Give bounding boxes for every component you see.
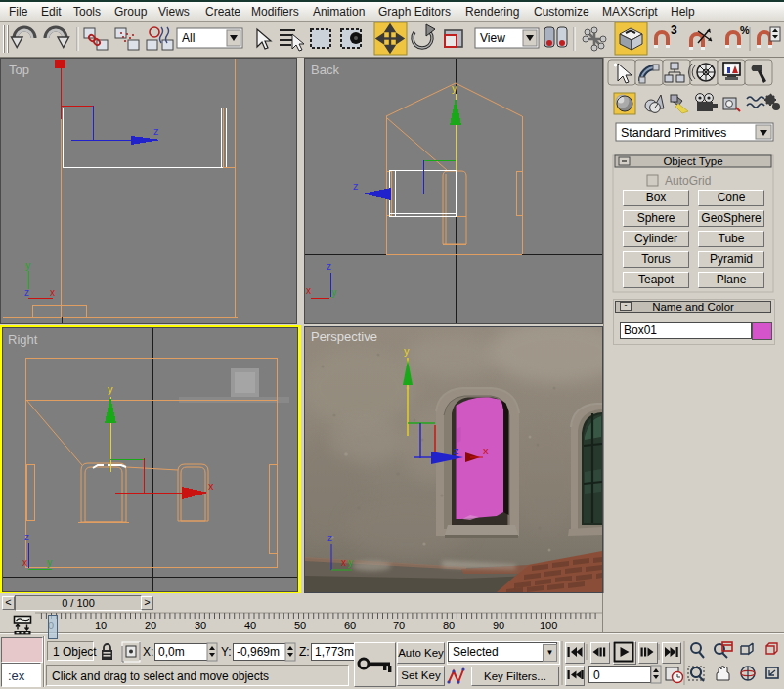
svg-text:z: z bbox=[353, 180, 359, 192]
svg-text:x: x bbox=[306, 285, 311, 296]
svg-text:Right: Right bbox=[8, 332, 38, 347]
svg-text:Object Type: Object Type bbox=[663, 155, 722, 167]
svg-text:View: View bbox=[480, 31, 505, 45]
svg-text:Back: Back bbox=[311, 63, 339, 77]
svg-text:y: y bbox=[404, 345, 410, 357]
svg-text:%: % bbox=[740, 24, 750, 36]
svg-text:Perspective: Perspective bbox=[311, 329, 377, 344]
svg-text:z: z bbox=[153, 125, 159, 137]
svg-text:All: All bbox=[182, 31, 195, 45]
svg-text:z: z bbox=[327, 261, 331, 272]
svg-text:AutoGrid: AutoGrid bbox=[665, 174, 711, 188]
svg-text:y: y bbox=[452, 82, 457, 94]
svg-text:z: z bbox=[454, 445, 459, 456]
svg-text:3: 3 bbox=[671, 23, 677, 37]
svg-text:x: x bbox=[341, 557, 346, 568]
svg-text:z: z bbox=[327, 533, 332, 543]
svg-text:x: x bbox=[208, 480, 214, 492]
svg-text:y: y bbox=[47, 557, 52, 568]
svg-text:x: x bbox=[22, 557, 27, 568]
svg-text:y: y bbox=[108, 383, 113, 395]
svg-text:Top: Top bbox=[9, 63, 29, 77]
svg-text:y: y bbox=[331, 287, 336, 298]
svg-text:z: z bbox=[24, 532, 29, 542]
svg-text:y: y bbox=[348, 557, 353, 568]
svg-text:x: x bbox=[483, 445, 489, 456]
svg-text:x: x bbox=[50, 287, 55, 298]
svg-text:y: y bbox=[25, 260, 30, 271]
svg-text:Standard Primitives: Standard Primitives bbox=[621, 126, 726, 140]
svg-text:z: z bbox=[24, 287, 29, 298]
